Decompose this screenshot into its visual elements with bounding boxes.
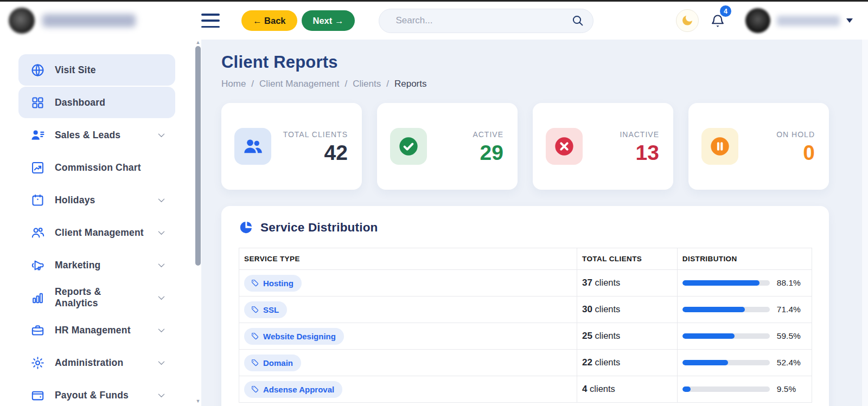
breadcrumb-separator: / [345, 79, 348, 89]
sidebar-item-label: Dashboard [55, 97, 167, 108]
distribution-percent: 88.1% [777, 278, 801, 288]
pie-chart-icon [239, 220, 253, 235]
chevron-down-icon [846, 18, 853, 23]
stat-card-active: ACTIVE 29 [377, 103, 518, 190]
service-name: Domain [263, 358, 293, 368]
service-badge: SSL [244, 301, 287, 318]
table-row: Hosting 37 clients 88.1% [239, 270, 812, 297]
calendar-icon [30, 193, 45, 208]
sidebar-item-label: Holidays [55, 195, 146, 206]
client-count: 37 [582, 278, 592, 288]
service-name: Adsense Approval [263, 385, 334, 394]
brand-name-redacted [42, 14, 136, 27]
service-badge: Adsense Approval [244, 381, 342, 398]
distribution-percent: 9.5% [777, 384, 796, 394]
notifications-button[interactable]: 4 [710, 10, 726, 31]
menu-toggle-button[interactable] [201, 14, 220, 28]
sidebar-item-label: Administration [55, 357, 146, 369]
breadcrumb-clients[interactable]: Clients [353, 79, 381, 89]
table-header-row: SERVICE TYPETOTAL CLIENTSDISTRIBUTION [239, 248, 812, 270]
stat-value: 29 [427, 142, 503, 163]
client-count-suffix: clients [595, 304, 621, 314]
sidebar-item-dashboard[interactable]: Dashboard [18, 87, 175, 118]
search-icon[interactable] [571, 14, 584, 27]
service-badge: Hosting [244, 275, 302, 292]
breadcrumb-client-management[interactable]: Client Management [259, 79, 339, 89]
chevron-down-icon [156, 293, 167, 303]
table-row: Domain 22 clients 52.4% [239, 350, 812, 376]
service-badge: Website Designing [244, 328, 344, 345]
client-count: 4 [582, 384, 587, 394]
sidebar-item-reports-analytics[interactable]: Reports & Analytics [18, 282, 175, 313]
stat-value: 0 [738, 142, 815, 163]
sidebar-item-commission-chart[interactable]: Commission Chart [18, 152, 175, 183]
sidebar-item-label: HR Management [55, 325, 146, 336]
next-button[interactable]: Next → [302, 10, 355, 31]
brand[interactable] [9, 8, 201, 34]
grid-icon [30, 95, 45, 110]
bell-icon [710, 22, 726, 31]
sidebar-nav: Visit SiteDashboardSales & LeadsCommissi… [0, 54, 201, 406]
sidebar-item-label: Visit Site [55, 65, 167, 76]
stat-card-inactive: INACTIVE 13 [533, 103, 673, 190]
sidebar-item-holidays[interactable]: Holidays [18, 184, 175, 216]
stat-label: ACTIVE [427, 130, 503, 139]
moon-icon [680, 13, 694, 29]
search-input[interactable] [395, 15, 571, 26]
page-title: Client Reports [221, 53, 868, 72]
tag-icon [251, 279, 259, 287]
people-filled-icon [234, 128, 271, 165]
breadcrumb-home[interactable]: Home [221, 79, 246, 89]
column-header-total-clients: TOTAL CLIENTS [577, 248, 678, 270]
main-content: Client Reports Home/Client Management/Cl… [201, 40, 868, 406]
sidebar-scrollbar[interactable] [195, 46, 201, 266]
service-name: SSL [263, 305, 279, 314]
distribution-bar [682, 386, 770, 392]
chevron-down-icon [156, 358, 167, 368]
sidebar-item-visit-site[interactable]: Visit Site [18, 54, 175, 86]
chevron-down-icon [156, 130, 167, 140]
tag-icon [251, 385, 259, 393]
sidebar-item-sales-leads[interactable]: Sales & Leads [18, 119, 175, 151]
service-name: Website Designing [263, 332, 336, 341]
table-row: SSL 30 clients 71.4% [239, 297, 812, 323]
user-name-redacted [777, 16, 840, 26]
briefcase-icon [30, 323, 45, 338]
page-scrollbar[interactable] [861, 40, 868, 406]
bar-chart-icon [30, 291, 45, 305]
sidebar-item-payout-funds[interactable]: Payout & Funds [18, 379, 175, 406]
distribution-bar [682, 333, 770, 339]
app-logo [9, 8, 35, 34]
chevron-down-icon [156, 325, 167, 336]
tag-icon [251, 359, 259, 366]
user-lines-icon [30, 128, 45, 143]
user-menu[interactable] [745, 8, 853, 33]
stat-label: INACTIVE [583, 130, 659, 139]
stat-label: ON HOLD [738, 130, 815, 139]
sidebar-item-label: Client Management [55, 227, 146, 239]
breadcrumb-reports: Reports [394, 79, 427, 89]
sidebar-item-client-management[interactable]: Client Management [18, 217, 175, 248]
sidebar-item-label: Payout & Funds [55, 390, 146, 401]
back-button[interactable]: ← Back [241, 10, 297, 31]
chevron-down-icon [156, 228, 167, 238]
tag-icon [251, 332, 259, 340]
search-box[interactable] [379, 9, 593, 33]
scroll-down-icon[interactable]: ▼ [195, 398, 201, 404]
sidebar-item-marketing[interactable]: Marketing [18, 249, 175, 281]
client-count: 22 [582, 357, 592, 368]
column-header-service-type: SERVICE TYPE [239, 248, 577, 270]
sidebar-item-label: Sales & Leads [55, 130, 146, 141]
service-badge: Domain [244, 355, 301, 371]
theme-toggle-button[interactable] [676, 9, 699, 32]
column-header-distribution: DISTRIBUTION [677, 248, 812, 270]
sidebar-item-administration[interactable]: Administration [18, 347, 175, 378]
service-distribution-table: SERVICE TYPETOTAL CLIENTSDISTRIBUTION Ho… [239, 248, 812, 403]
chevron-down-icon [156, 260, 167, 270]
distribution-percent: 52.4% [777, 358, 801, 368]
notification-count-badge: 4 [720, 5, 731, 17]
section-title: Service Distribution [260, 221, 378, 235]
sidebar-item-hr-management[interactable]: HR Management [18, 314, 175, 346]
tag-icon [251, 306, 259, 313]
scroll-up-icon[interactable]: ▲ [195, 40, 201, 45]
